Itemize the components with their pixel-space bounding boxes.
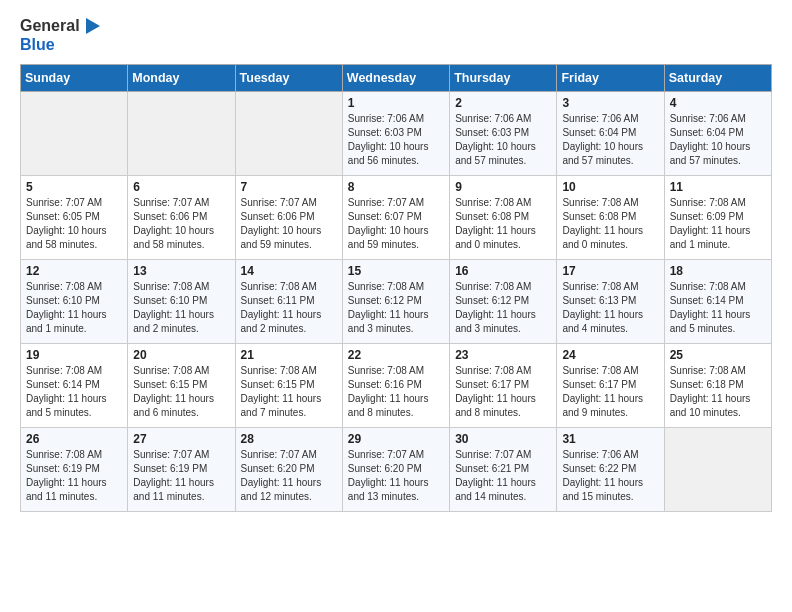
day-number: 5 (26, 180, 122, 194)
day-number: 11 (670, 180, 766, 194)
day-number: 10 (562, 180, 658, 194)
calendar-cell: 25Sunrise: 7:08 AMSunset: 6:18 PMDayligh… (664, 343, 771, 427)
day-number: 17 (562, 264, 658, 278)
calendar-cell: 8Sunrise: 7:07 AMSunset: 6:07 PMDaylight… (342, 175, 449, 259)
header: General Blue (20, 16, 772, 54)
weekday-header-tuesday: Tuesday (235, 64, 342, 91)
calendar-cell (664, 427, 771, 511)
day-number: 9 (455, 180, 551, 194)
calendar-cell: 12Sunrise: 7:08 AMSunset: 6:10 PMDayligh… (21, 259, 128, 343)
day-info: Sunrise: 7:07 AMSunset: 6:21 PMDaylight:… (455, 448, 551, 504)
calendar-cell: 11Sunrise: 7:08 AMSunset: 6:09 PMDayligh… (664, 175, 771, 259)
calendar-cell: 17Sunrise: 7:08 AMSunset: 6:13 PMDayligh… (557, 259, 664, 343)
day-info: Sunrise: 7:08 AMSunset: 6:08 PMDaylight:… (455, 196, 551, 252)
weekday-header-saturday: Saturday (664, 64, 771, 91)
calendar-cell: 10Sunrise: 7:08 AMSunset: 6:08 PMDayligh… (557, 175, 664, 259)
day-number: 13 (133, 264, 229, 278)
calendar-cell: 28Sunrise: 7:07 AMSunset: 6:20 PMDayligh… (235, 427, 342, 511)
weekday-header-row: SundayMondayTuesdayWednesdayThursdayFrid… (21, 64, 772, 91)
day-info: Sunrise: 7:08 AMSunset: 6:10 PMDaylight:… (133, 280, 229, 336)
day-info: Sunrise: 7:06 AMSunset: 6:22 PMDaylight:… (562, 448, 658, 504)
calendar-cell: 16Sunrise: 7:08 AMSunset: 6:12 PMDayligh… (450, 259, 557, 343)
day-info: Sunrise: 7:08 AMSunset: 6:14 PMDaylight:… (670, 280, 766, 336)
day-info: Sunrise: 7:08 AMSunset: 6:15 PMDaylight:… (241, 364, 337, 420)
calendar-cell: 4Sunrise: 7:06 AMSunset: 6:04 PMDaylight… (664, 91, 771, 175)
day-info: Sunrise: 7:08 AMSunset: 6:14 PMDaylight:… (26, 364, 122, 420)
day-info: Sunrise: 7:08 AMSunset: 6:16 PMDaylight:… (348, 364, 444, 420)
day-info: Sunrise: 7:06 AMSunset: 6:03 PMDaylight:… (348, 112, 444, 168)
calendar-week-row: 5Sunrise: 7:07 AMSunset: 6:05 PMDaylight… (21, 175, 772, 259)
calendar-cell: 30Sunrise: 7:07 AMSunset: 6:21 PMDayligh… (450, 427, 557, 511)
day-number: 20 (133, 348, 229, 362)
calendar-cell: 7Sunrise: 7:07 AMSunset: 6:06 PMDaylight… (235, 175, 342, 259)
day-number: 30 (455, 432, 551, 446)
day-info: Sunrise: 7:06 AMSunset: 6:03 PMDaylight:… (455, 112, 551, 168)
svg-marker-0 (86, 18, 100, 34)
calendar-cell: 22Sunrise: 7:08 AMSunset: 6:16 PMDayligh… (342, 343, 449, 427)
logo-text: General Blue (20, 16, 102, 54)
day-number: 14 (241, 264, 337, 278)
calendar-cell: 13Sunrise: 7:08 AMSunset: 6:10 PMDayligh… (128, 259, 235, 343)
day-number: 12 (26, 264, 122, 278)
day-number: 31 (562, 432, 658, 446)
calendar-cell: 29Sunrise: 7:07 AMSunset: 6:20 PMDayligh… (342, 427, 449, 511)
day-number: 25 (670, 348, 766, 362)
day-info: Sunrise: 7:07 AMSunset: 6:06 PMDaylight:… (133, 196, 229, 252)
day-info: Sunrise: 7:07 AMSunset: 6:20 PMDaylight:… (348, 448, 444, 504)
calendar-cell: 6Sunrise: 7:07 AMSunset: 6:06 PMDaylight… (128, 175, 235, 259)
day-info: Sunrise: 7:08 AMSunset: 6:13 PMDaylight:… (562, 280, 658, 336)
day-info: Sunrise: 7:08 AMSunset: 6:12 PMDaylight:… (348, 280, 444, 336)
day-info: Sunrise: 7:08 AMSunset: 6:11 PMDaylight:… (241, 280, 337, 336)
day-number: 28 (241, 432, 337, 446)
day-info: Sunrise: 7:08 AMSunset: 6:19 PMDaylight:… (26, 448, 122, 504)
calendar-cell: 18Sunrise: 7:08 AMSunset: 6:14 PMDayligh… (664, 259, 771, 343)
logo-blue: Blue (20, 36, 102, 54)
day-info: Sunrise: 7:08 AMSunset: 6:18 PMDaylight:… (670, 364, 766, 420)
day-number: 21 (241, 348, 337, 362)
logo: General Blue (20, 16, 102, 54)
calendar-week-row: 12Sunrise: 7:08 AMSunset: 6:10 PMDayligh… (21, 259, 772, 343)
day-number: 6 (133, 180, 229, 194)
day-number: 29 (348, 432, 444, 446)
calendar-week-row: 19Sunrise: 7:08 AMSunset: 6:14 PMDayligh… (21, 343, 772, 427)
logo-arrow-icon (82, 16, 102, 36)
day-number: 3 (562, 96, 658, 110)
day-number: 23 (455, 348, 551, 362)
day-info: Sunrise: 7:07 AMSunset: 6:05 PMDaylight:… (26, 196, 122, 252)
day-number: 22 (348, 348, 444, 362)
calendar-week-row: 1Sunrise: 7:06 AMSunset: 6:03 PMDaylight… (21, 91, 772, 175)
day-number: 1 (348, 96, 444, 110)
calendar-cell: 3Sunrise: 7:06 AMSunset: 6:04 PMDaylight… (557, 91, 664, 175)
day-info: Sunrise: 7:08 AMSunset: 6:12 PMDaylight:… (455, 280, 551, 336)
day-number: 24 (562, 348, 658, 362)
weekday-header-friday: Friday (557, 64, 664, 91)
day-info: Sunrise: 7:07 AMSunset: 6:19 PMDaylight:… (133, 448, 229, 504)
calendar-cell: 2Sunrise: 7:06 AMSunset: 6:03 PMDaylight… (450, 91, 557, 175)
day-info: Sunrise: 7:08 AMSunset: 6:15 PMDaylight:… (133, 364, 229, 420)
day-info: Sunrise: 7:06 AMSunset: 6:04 PMDaylight:… (562, 112, 658, 168)
day-info: Sunrise: 7:08 AMSunset: 6:17 PMDaylight:… (455, 364, 551, 420)
calendar-cell: 21Sunrise: 7:08 AMSunset: 6:15 PMDayligh… (235, 343, 342, 427)
calendar-cell: 24Sunrise: 7:08 AMSunset: 6:17 PMDayligh… (557, 343, 664, 427)
calendar-cell: 31Sunrise: 7:06 AMSunset: 6:22 PMDayligh… (557, 427, 664, 511)
weekday-header-wednesday: Wednesday (342, 64, 449, 91)
day-info: Sunrise: 7:07 AMSunset: 6:20 PMDaylight:… (241, 448, 337, 504)
calendar-cell: 20Sunrise: 7:08 AMSunset: 6:15 PMDayligh… (128, 343, 235, 427)
day-info: Sunrise: 7:06 AMSunset: 6:04 PMDaylight:… (670, 112, 766, 168)
weekday-header-thursday: Thursday (450, 64, 557, 91)
page: General Blue SundayMondayTuesdayWednesda… (0, 0, 792, 612)
day-number: 8 (348, 180, 444, 194)
day-number: 7 (241, 180, 337, 194)
calendar-week-row: 26Sunrise: 7:08 AMSunset: 6:19 PMDayligh… (21, 427, 772, 511)
day-info: Sunrise: 7:08 AMSunset: 6:08 PMDaylight:… (562, 196, 658, 252)
day-number: 19 (26, 348, 122, 362)
day-info: Sunrise: 7:08 AMSunset: 6:17 PMDaylight:… (562, 364, 658, 420)
day-info: Sunrise: 7:08 AMSunset: 6:10 PMDaylight:… (26, 280, 122, 336)
calendar-cell: 9Sunrise: 7:08 AMSunset: 6:08 PMDaylight… (450, 175, 557, 259)
calendar-cell: 15Sunrise: 7:08 AMSunset: 6:12 PMDayligh… (342, 259, 449, 343)
day-number: 16 (455, 264, 551, 278)
calendar-cell (128, 91, 235, 175)
calendar-cell: 23Sunrise: 7:08 AMSunset: 6:17 PMDayligh… (450, 343, 557, 427)
calendar-cell: 14Sunrise: 7:08 AMSunset: 6:11 PMDayligh… (235, 259, 342, 343)
day-number: 15 (348, 264, 444, 278)
